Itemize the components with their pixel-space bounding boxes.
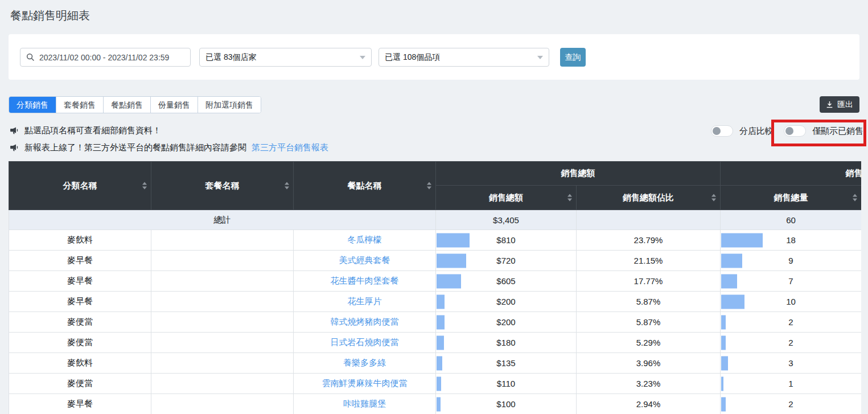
store-select-value: 已選 83個店家 (205, 52, 256, 63)
item-cell: 美式經典套餐 (294, 251, 436, 271)
item-link[interactable]: 雲南鮮燙麻辣牛肉便當 (322, 378, 408, 388)
item-link[interactable]: 花生醬牛肉堡套餐 (331, 276, 399, 285)
table-row: 麥早餐花生厚片$2005.87%10 (9, 292, 862, 312)
amount-pct-cell: 5.29% (577, 333, 721, 353)
column-header-sales-qty[interactable]: 銷售總量 (721, 186, 862, 210)
value-bar (721, 274, 737, 288)
table-row: 麥便當雲南鮮燙麻辣牛肉便當$1103.23%1 (9, 374, 862, 394)
download-icon (826, 101, 833, 108)
sold-only-toggle[interactable] (784, 125, 806, 137)
total-amount-cell: $3,405 (436, 210, 577, 230)
amount-cell: $720 (436, 251, 577, 271)
item-cell: 養樂多多綠 (294, 353, 436, 374)
table-row: 麥便當日式岩石燒肉便當$1805.29%2 (9, 333, 862, 353)
item-link[interactable]: 冬瓜檸檬 (348, 235, 382, 244)
category-cell: 麥早餐 (9, 292, 151, 312)
column-header-item-name[interactable]: 餐點名稱 (294, 162, 436, 210)
item-link[interactable]: 日式岩石燒肉便當 (331, 337, 399, 347)
set-name-cell (151, 394, 294, 414)
category-cell: 麥早餐 (9, 251, 151, 271)
value-bar (437, 397, 441, 411)
value-bar (721, 376, 723, 391)
amount-pct-cell: 17.77% (577, 271, 721, 292)
amount-cell: $810 (436, 230, 577, 251)
qty-cell: 7 (721, 271, 862, 292)
value-bar (721, 335, 726, 350)
total-amount-pct-cell (577, 210, 721, 230)
amount-cell: $200 (436, 312, 577, 333)
tab-3[interactable]: 份量銷售 (151, 97, 198, 113)
item-link[interactable]: 花生厚片 (348, 296, 382, 306)
query-button[interactable]: 查詢 (560, 48, 586, 67)
value-bar (721, 253, 742, 268)
toggle-knob (713, 127, 721, 135)
table-row: 麥早餐花生醬牛肉堡套餐$60517.77%7 (9, 271, 862, 292)
item-link[interactable]: 美式經典套餐 (339, 255, 390, 265)
branch-compare-toggle[interactable] (711, 125, 733, 137)
table-row: 麥便當韓式燒烤豬肉便當$2005.87%2 (9, 312, 862, 333)
table-row: 麥飲料冬瓜檸檬$81023.79%18 (9, 230, 862, 251)
toggle-knob (785, 127, 793, 135)
tab-4[interactable]: 附加選項銷售 (198, 97, 261, 113)
column-header-category[interactable]: 分類名稱 (9, 162, 151, 210)
item-select[interactable]: 已選 108個品項 (379, 48, 549, 67)
branch-compare-toggle-group: 分店比較 (711, 125, 774, 137)
total-label-cell: 總計 (9, 210, 436, 230)
value-bar (721, 356, 728, 370)
sales-table-container: 分類名稱 套餐名稱 餐點名稱 銷售總額 銷售總量 (9, 161, 861, 414)
sort-icon (711, 194, 716, 202)
column-header-set-name[interactable]: 套餐名稱 (151, 162, 294, 210)
amount-pct-cell: 23.79% (577, 230, 721, 251)
set-name-cell (151, 230, 294, 251)
group-header-sales-qty: 銷售總量 (721, 162, 862, 186)
item-link[interactable]: 韓式燒烤豬肉便當 (331, 317, 399, 326)
amount-cell: $180 (436, 333, 577, 353)
amount-cell: $100 (436, 394, 577, 414)
qty-cell: 1 (721, 374, 862, 394)
item-link[interactable]: 養樂多多綠 (343, 358, 386, 367)
filter-card: 已選 83個店家 已選 108個品項 查詢 (9, 34, 859, 80)
store-select[interactable]: 已選 83個店家 (199, 48, 372, 67)
export-button-label: 匯出 (837, 100, 853, 110)
qty-cell: 18 (721, 230, 862, 251)
tab-0[interactable]: 分類銷售 (9, 97, 56, 113)
value-bar (437, 356, 442, 370)
tab-1[interactable]: 套餐銷售 (56, 97, 104, 113)
item-cell: 韓式燒烤豬肉便當 (294, 312, 436, 333)
item-cell: 花生醬牛肉堡套餐 (294, 271, 436, 292)
qty-cell: 2 (721, 312, 862, 333)
table-row: 麥早餐咔啦雞腿堡$1002.94%2 (9, 394, 862, 414)
date-range-input[interactable] (39, 53, 184, 62)
group-header-sales-amount: 銷售總額 (436, 162, 721, 186)
category-cell: 麥便當 (9, 312, 151, 333)
tab-2[interactable]: 餐點銷售 (104, 97, 151, 113)
value-bar (721, 397, 726, 411)
qty-cell: 2 (721, 394, 862, 414)
export-button[interactable]: 匯出 (820, 96, 859, 113)
notice-click-item: 點選品項名稱可查看細部銷售資料！ (10, 125, 161, 136)
category-cell: 麥便當 (9, 333, 151, 353)
sort-icon (285, 182, 289, 190)
category-cell: 麥飲料 (9, 353, 151, 374)
column-header-sales-amount[interactable]: 銷售總額 (436, 186, 577, 210)
category-cell: 麥早餐 (9, 271, 151, 292)
item-cell: 雲南鮮燙麻辣牛肉便當 (294, 374, 436, 394)
total-qty-cell: 60 (721, 210, 862, 230)
third-party-report-link[interactable]: 第三方平台銷售報表 (252, 142, 328, 153)
sales-table: 分類名稱 套餐名稱 餐點名稱 銷售總額 銷售總量 (9, 161, 861, 414)
date-range-field[interactable] (20, 48, 191, 67)
amount-cell: $110 (436, 374, 577, 394)
column-header-sales-amount-pct[interactable]: 銷售總額佔比 (577, 186, 721, 210)
table-row: 麥飲料養樂多多綠$1353.96%3 (9, 353, 862, 374)
item-cell: 日式岩石燒肉便當 (294, 333, 436, 353)
category-cell: 麥早餐 (9, 394, 151, 414)
value-bar (437, 233, 470, 247)
set-name-cell (151, 251, 294, 271)
set-name-cell (151, 333, 294, 353)
item-select-value: 已選 108個品項 (385, 52, 440, 63)
sold-only-toggle-group: 僅顯示已銷售 (784, 125, 863, 137)
amount-cell: $135 (436, 353, 577, 374)
sort-icon (427, 182, 431, 190)
item-link[interactable]: 咔啦雞腿堡 (343, 399, 386, 408)
amount-pct-cell: 5.87% (577, 292, 721, 312)
